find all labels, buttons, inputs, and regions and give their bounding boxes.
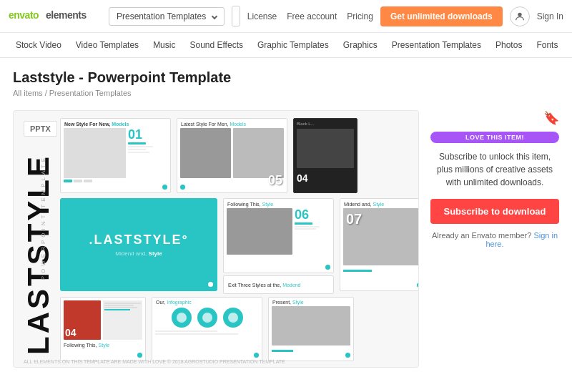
teal-dot-6 — [254, 353, 259, 358]
nav-stock-video[interactable]: Stock Video — [9, 37, 69, 53]
bookmark-icon[interactable]: 🔖 — [543, 110, 559, 126]
nav-presentation-templates[interactable]: Presentation Templates — [385, 37, 488, 53]
teal-dot-2 — [180, 185, 185, 190]
already-member-label: Already an Envato member? — [432, 231, 531, 240]
breadcrumb: All items / Presentation Templates — [13, 89, 559, 97]
svg-text:envato: envato — [9, 9, 39, 21]
main-content: PPTX LASTSTYLE POWERPOINT TEMPLATE New S… — [0, 102, 572, 376]
license-link[interactable]: License — [247, 11, 277, 21]
sidebar-description: Subscribe to unlock this item, plus mill… — [430, 150, 559, 189]
love-badge: LOVE THIS ITEM! — [430, 132, 559, 143]
dropdown-label: Presentation Templates — [117, 11, 206, 21]
nav-sound-effects[interactable]: Sound Effects — [182, 37, 250, 53]
nav-photos[interactable]: Photos — [488, 37, 529, 53]
nav-music[interactable]: Music — [146, 37, 182, 53]
breadcrumb-all-items[interactable]: All items — [13, 89, 43, 97]
header-links: License Free account Pricing — [247, 11, 373, 21]
breadcrumb-category[interactable]: Presentation Templates — [49, 89, 132, 97]
nav-graphic-templates[interactable]: Graphic Templates — [250, 37, 336, 53]
subscribe-button[interactable]: Subscribe to download — [430, 199, 559, 224]
nav-graphics[interactable]: Graphics — [336, 37, 385, 53]
sign-in-link[interactable]: Sign In — [537, 11, 563, 21]
chevron-down-icon — [212, 13, 217, 19]
avatar-icon — [514, 11, 526, 22]
already-member-text: Already an Envato member? Sign in here. — [430, 231, 559, 248]
logo: envato elements — [9, 6, 102, 26]
nav-addons[interactable]: Add-ons — [565, 37, 572, 53]
free-account-link[interactable]: Free account — [287, 11, 337, 21]
teal-dot — [162, 185, 167, 190]
nav-fonts[interactable]: Fonts — [529, 37, 565, 53]
nav-video-templates[interactable]: Video Templates — [69, 37, 146, 53]
page-header: Laststyle - Powerpoint Template All item… — [0, 58, 572, 102]
header: envato elements Presentation Templates L… — [0, 0, 572, 33]
big-slide-text: .LASTSTYLE° — [89, 232, 188, 248]
svg-text:elements: elements — [46, 9, 87, 21]
sidebar: 🔖 LOVE THIS ITEM! Subscribe to unlock th… — [430, 110, 559, 368]
product-image-area: PPTX LASTSTYLE POWERPOINT TEMPLATE New S… — [13, 110, 419, 368]
white-dot — [208, 282, 213, 287]
teal-dot-3 — [325, 265, 330, 270]
page-title: Laststyle - Powerpoint Template — [13, 69, 559, 86]
teal-dot-4 — [417, 283, 419, 288]
template-dropdown[interactable]: Presentation Templates — [109, 7, 225, 26]
teal-dot-7 — [345, 353, 350, 358]
footer-text: ALL ELEMENTS ON THIS TEMPLATE ARE MADE W… — [24, 359, 285, 364]
pricing-link[interactable]: Pricing — [347, 11, 373, 21]
svg-point-2 — [518, 12, 521, 16]
pptx-badge: PPTX — [24, 121, 57, 137]
teal-dot-5 — [137, 353, 142, 358]
slides-collage: New Style For New, Models 01 — [60, 118, 419, 368]
sub-vertical-text: POWERPOINT TEMPLATE — [41, 155, 46, 280]
unlimited-downloads-button[interactable]: Get unlimited downloads — [380, 6, 503, 26]
user-icon[interactable] — [510, 6, 530, 26]
bookmark-area: 🔖 — [430, 110, 559, 126]
search-input[interactable] — [232, 6, 240, 26]
search-bar — [232, 6, 240, 26]
main-nav: Stock Video Video Templates Music Sound … — [0, 33, 572, 58]
laststyle-vertical-text: LASTSTYLE — [24, 154, 54, 355]
